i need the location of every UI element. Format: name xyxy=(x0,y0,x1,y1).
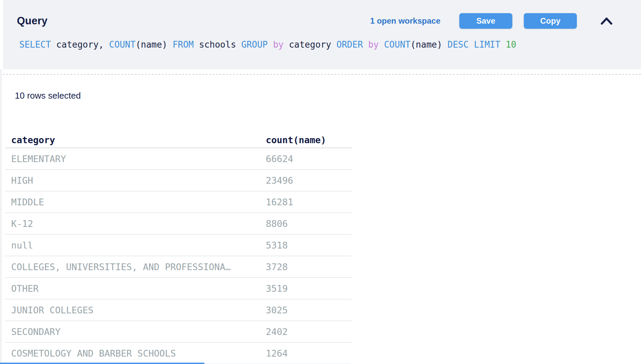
sql-token: DESC xyxy=(447,40,469,50)
cell-category: SECONDARY xyxy=(5,327,266,337)
chevron-up-icon xyxy=(600,17,613,25)
sql-token: COUNT xyxy=(384,40,410,50)
bottom-accent-bar xyxy=(0,363,204,364)
table-row: COLLEGES, UNIVERSITIES, AND PROFESSIONA…… xyxy=(5,256,352,278)
cell-count: 3519 xyxy=(266,283,352,294)
cell-category: COSMETOLOGY AND BARBER SCHOOLS xyxy=(5,348,266,359)
page-title: Query xyxy=(17,15,48,27)
cell-category: MIDDLE xyxy=(5,197,266,207)
sql-token: GROUP xyxy=(241,40,267,50)
cell-category: JUNIOR COLLEGES xyxy=(5,305,266,315)
column-header-category: category xyxy=(5,135,266,145)
column-header-count: count(name) xyxy=(266,135,352,145)
table-row: null5318 xyxy=(5,235,352,256)
query-tool-page: Query 1 open workspace Save Copy SELECT … xyxy=(0,0,641,364)
collapse-panel-button[interactable] xyxy=(599,15,614,27)
cell-category: K-12 xyxy=(5,218,266,229)
cell-count: 3728 xyxy=(266,262,352,272)
table-row: COSMETOLOGY AND BARBER SCHOOLS1264 xyxy=(5,343,352,364)
sql-token xyxy=(379,40,384,50)
sql-token: (name) xyxy=(410,40,447,50)
content-left-border xyxy=(1,69,1,364)
copy-button[interactable]: Copy xyxy=(524,13,577,29)
cell-count: 1264 xyxy=(266,348,352,359)
table-row: HIGH23496 xyxy=(5,170,352,191)
sql-token: (name) xyxy=(135,40,173,50)
results-table: category count(name) ELEMENTARY66624HIGH… xyxy=(5,132,352,364)
cell-count: 5318 xyxy=(266,240,352,251)
table-row: JUNIOR COLLEGES3025 xyxy=(5,300,352,321)
cell-count: 8806 xyxy=(266,218,352,229)
sql-token: schools xyxy=(194,40,241,50)
sql-token xyxy=(268,40,273,50)
sql-token: category xyxy=(284,40,337,50)
cell-count: 23496 xyxy=(266,175,352,186)
cell-category: OTHER xyxy=(5,283,266,294)
sql-token: COUNT xyxy=(109,40,135,50)
sql-token: 10 xyxy=(506,40,516,50)
results-table-body: ELEMENTARY66624HIGH23496MIDDLE16281K-128… xyxy=(5,148,352,364)
open-workspace-link[interactable]: 1 open workspace xyxy=(370,16,440,26)
query-panel-header: Query 1 open workspace Save Copy SELECT … xyxy=(3,0,641,69)
cell-count: 3025 xyxy=(266,305,352,315)
header-row: Query 1 open workspace Save Copy xyxy=(17,11,614,31)
sql-token: FROM xyxy=(173,40,194,50)
sql-token xyxy=(501,40,506,50)
rows-selected-status: 10 rows selected xyxy=(15,90,81,101)
cell-category: COLLEGES, UNIVERSITIES, AND PROFESSIONA… xyxy=(5,262,266,272)
header-divider xyxy=(3,74,641,75)
cell-category: HIGH xyxy=(5,175,266,186)
sql-token: by xyxy=(273,40,283,50)
sql-token: category, xyxy=(51,40,109,50)
sql-token: ORDER xyxy=(336,40,363,50)
cell-category: null xyxy=(5,240,266,251)
sql-token: by xyxy=(368,40,379,50)
table-row: SECONDARY2402 xyxy=(5,321,352,343)
sql-token xyxy=(469,40,474,50)
header-controls: 1 open workspace Save Copy xyxy=(370,13,614,29)
sql-query-text[interactable]: SELECT category, COUNT(name) FROM school… xyxy=(19,38,516,51)
table-row: MIDDLE16281 xyxy=(5,191,352,213)
table-header-row: category count(name) xyxy=(5,132,352,148)
cell-count: 16281 xyxy=(266,197,352,207)
cell-category: ELEMENTARY xyxy=(5,154,266,164)
table-row: K-128806 xyxy=(5,213,352,235)
save-button[interactable]: Save xyxy=(459,13,512,29)
cell-count: 2402 xyxy=(266,327,352,337)
sql-token xyxy=(363,40,368,50)
sql-token: LIMIT xyxy=(474,40,500,50)
table-row: OTHER3519 xyxy=(5,278,352,300)
table-row: ELEMENTARY66624 xyxy=(5,148,352,170)
sql-token: SELECT xyxy=(19,40,51,50)
cell-count: 66624 xyxy=(266,154,352,164)
